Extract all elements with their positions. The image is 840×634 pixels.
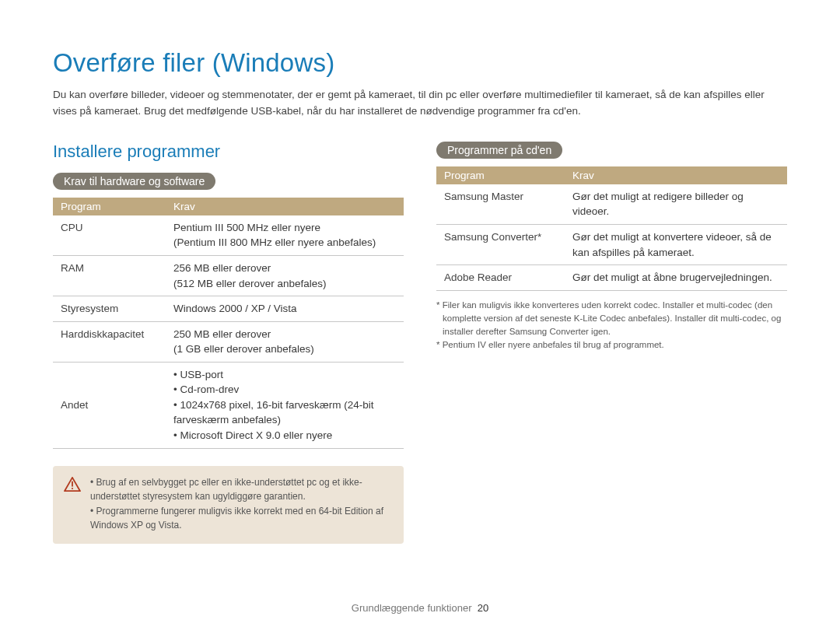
requirements-table: Program Krav CPU Pentium III 500 MHz ell… bbox=[53, 198, 404, 449]
th-krav: Krav bbox=[166, 198, 404, 215]
svg-point-1 bbox=[72, 488, 73, 489]
footnote: * Filer kan muligvis ikke konverteres ud… bbox=[436, 299, 787, 339]
cell-value: Windows 2000 / XP / Vista bbox=[166, 296, 404, 322]
th-program: Program bbox=[436, 166, 565, 184]
list-item: USB-port bbox=[173, 367, 396, 383]
th-program: Program bbox=[53, 198, 166, 215]
cell-label: Harddiskkapacitet bbox=[53, 321, 166, 362]
pill-hardware-software: Krav til hardware og software bbox=[53, 173, 215, 190]
cell-label: CPU bbox=[53, 215, 166, 256]
columns: Installere programmer Krav til hardware … bbox=[53, 142, 787, 544]
table-row: Samsung Master Gør det muligt at rediger… bbox=[436, 184, 787, 225]
th-krav: Krav bbox=[565, 166, 787, 184]
warning-item: Brug af en selvbygget pc eller en ikke-u… bbox=[90, 475, 391, 504]
page-footer: Grundlæggende funktioner 20 bbox=[0, 602, 840, 614]
table-row: Adobe Reader Gør det muligt at åbne brug… bbox=[436, 265, 787, 291]
list-item: Microsoft Direct X 9.0 eller nyere bbox=[173, 428, 396, 443]
cd-programs-table: Program Krav Samsung Master Gør det muli… bbox=[436, 166, 787, 291]
cell-value: USB-port Cd-rom-drev 1024x768 pixel, 16-… bbox=[166, 362, 404, 448]
table-row: RAM 256 MB eller derover (512 MB eller d… bbox=[53, 255, 404, 296]
intro-text: Du kan overføre billeder, videoer og ste… bbox=[53, 87, 787, 120]
section-title-install: Installere programmer bbox=[53, 142, 404, 162]
page-title: Overføre filer (Windows) bbox=[53, 48, 787, 78]
table-row: Harddiskkapacitet 250 MB eller derover (… bbox=[53, 321, 404, 362]
table-row: CPU Pentium III 500 MHz eller nyere (Pen… bbox=[53, 215, 404, 256]
cell-label: RAM bbox=[53, 255, 166, 296]
list-item: Cd-rom-drev bbox=[173, 382, 396, 398]
footnotes: * Filer kan muligvis ikke konverteres ud… bbox=[436, 299, 787, 352]
table-row: Andet USB-port Cd-rom-drev 1024x768 pixe… bbox=[53, 362, 404, 448]
table-row: Samsung Converter* Gør det muligt at kon… bbox=[436, 224, 787, 264]
footnote: * Pentium IV eller nyere anbefales til b… bbox=[436, 338, 787, 352]
cell-value: 250 MB eller derover (1 GB eller derover… bbox=[166, 321, 404, 362]
right-column: Programmer på cd'en Program Krav Samsung… bbox=[436, 142, 787, 544]
cell-value: Pentium III 500 MHz eller nyere (Pentium… bbox=[166, 215, 404, 256]
cell-label: Adobe Reader bbox=[436, 265, 565, 291]
left-column: Installere programmer Krav til hardware … bbox=[53, 142, 404, 544]
warning-box: Brug af en selvbygget pc eller en ikke-u… bbox=[53, 466, 404, 544]
warning-item: Programmerne fungerer muligvis ikke korr… bbox=[90, 504, 391, 533]
list-item: 1024x768 pixel, 16-bit farveskærm (24-bi… bbox=[173, 398, 396, 428]
table-row: Styresystem Windows 2000 / XP / Vista bbox=[53, 296, 404, 322]
footer-text: Grundlæggende funktioner bbox=[352, 602, 472, 614]
pill-programs-cd: Programmer på cd'en bbox=[436, 142, 562, 159]
cell-label: Andet bbox=[53, 362, 166, 448]
warning-icon bbox=[64, 477, 81, 492]
cell-value: Gør det muligt at redigere billeder og v… bbox=[565, 184, 787, 225]
cell-value: Gør det muligt at konvertere videoer, så… bbox=[565, 224, 787, 264]
cell-value: Gør det muligt at åbne brugervejledninge… bbox=[565, 265, 787, 291]
cell-value: 256 MB eller derover (512 MB eller derov… bbox=[166, 255, 404, 296]
page-number: 20 bbox=[478, 602, 488, 614]
cell-label: Samsung Master bbox=[436, 184, 565, 225]
cell-label: Styresystem bbox=[53, 296, 166, 322]
cell-label: Samsung Converter* bbox=[436, 224, 565, 264]
